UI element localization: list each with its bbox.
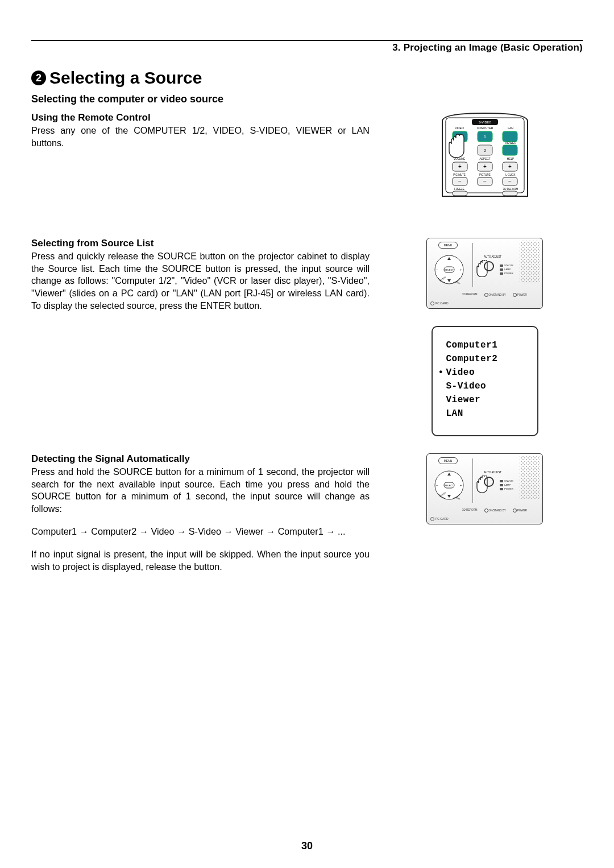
auto-adjust-button-icon xyxy=(484,261,494,271)
svg-text:VIEWER: VIEWER xyxy=(505,141,516,144)
list-title: Selecting from Source List xyxy=(31,238,370,249)
list-body: Press and quickly release the SOURCE but… xyxy=(31,250,370,312)
led-indicators: STATUS LAMP POWER xyxy=(500,479,513,491)
svg-rect-34 xyxy=(453,191,467,196)
source-item-computer1: Computer1 xyxy=(446,338,526,352)
header-rule xyxy=(31,40,583,41)
auto-sequence: Computer1 → Computer2 → Video → S-Video … xyxy=(31,526,370,538)
svg-text:−: − xyxy=(483,178,487,184)
figure-panel-1: MENU SELECT − + ENTER EXIT xyxy=(426,238,543,309)
section-remote: Using the Remote Control Press any one o… xyxy=(31,112,583,238)
panel-bottom-labels: 3D REFORM ON/STAND BY POWER xyxy=(462,293,527,297)
led-indicators: STATUS LAMP POWER xyxy=(500,263,513,275)
menu-button-label: MENU xyxy=(438,457,458,464)
auto-body1: Press and hold the SOURCE button for a m… xyxy=(31,466,370,515)
svg-text:L-CLICK: L-CLICK xyxy=(505,173,515,176)
svg-text:S-VIDEO: S-VIDEO xyxy=(478,121,491,124)
speaker-grille-icon xyxy=(520,241,540,283)
pc-card-label: PC CARD xyxy=(430,517,449,521)
svg-text:+: + xyxy=(483,163,487,170)
svg-text:COMPUTER: COMPUTER xyxy=(476,126,493,130)
section-source-list: Selecting from Source List Press and qui… xyxy=(31,238,583,436)
svg-text:VOLUME: VOLUME xyxy=(453,158,464,160)
auto-adjust-label: AUTO ADJUST xyxy=(484,471,501,474)
remote-title: Using the Remote Control xyxy=(31,112,370,123)
auto-title: Detecting the Signal Automatically xyxy=(31,453,370,465)
auto-body2: If no input signal is present, the input… xyxy=(31,548,370,573)
svg-text:HELP: HELP xyxy=(507,158,514,160)
svg-text:LAN: LAN xyxy=(508,126,513,130)
subheading: Selecting the computer or video source xyxy=(31,93,583,105)
svg-text:−: − xyxy=(436,483,438,487)
speaker-grille-icon xyxy=(520,456,540,499)
svg-text:+: + xyxy=(508,163,512,170)
svg-text:−: − xyxy=(508,178,512,184)
svg-text:PICTURE: PICTURE xyxy=(479,173,491,176)
page-title-text: Selecting a Source xyxy=(49,68,202,88)
panel-bottom-labels: 3D REFORM ON/STAND BY POWER xyxy=(462,509,527,512)
source-item-viewer: Viewer xyxy=(446,393,526,407)
svg-text:VIDEO: VIDEO xyxy=(455,126,464,130)
source-item-video: Video xyxy=(446,366,526,379)
figure-panel-2: MENU SELECT − + ENTER EXIT xyxy=(426,453,543,524)
menu-button-label: MENU xyxy=(438,242,458,249)
svg-text:−: − xyxy=(458,178,462,184)
section-number-badge: 2 xyxy=(31,71,46,85)
figure-remote: S-VIDEO VIDEO COMPUTER LAN 1 2 VIEWER xyxy=(437,112,533,197)
svg-rect-9 xyxy=(503,131,517,142)
section-auto-detect: Detecting the Signal Automatically Press… xyxy=(31,453,583,573)
dpad-icon: SELECT − + ENTER EXIT xyxy=(432,252,467,287)
svg-text:SELECT: SELECT xyxy=(445,484,454,487)
chapter-header: 3. Projecting an Image (Basic Operation) xyxy=(31,42,583,53)
dpad-icon: SELECT − + ENTER EXIT xyxy=(432,468,467,503)
svg-text:2: 2 xyxy=(483,148,486,153)
remote-body: Press any one of the COMPUTER 1/2, VIDEO… xyxy=(31,125,370,150)
pc-card-label: PC CARD xyxy=(430,301,449,305)
svg-text:+: + xyxy=(460,268,462,271)
svg-text:1: 1 xyxy=(483,134,486,139)
svg-rect-13 xyxy=(503,145,517,155)
source-item-svideo: S-Video xyxy=(446,379,526,393)
svg-text:+: + xyxy=(458,163,462,170)
svg-text:ASPECT: ASPECT xyxy=(479,158,490,160)
figure-source-dialog: Computer1 Computer2 Video S-Video Viewer… xyxy=(432,326,538,436)
svg-text:SELECT: SELECT xyxy=(445,268,454,271)
auto-adjust-label: AUTO ADJUST xyxy=(484,255,501,258)
svg-text:3D REFORM: 3D REFORM xyxy=(503,188,518,191)
svg-text:PIC-MUTE: PIC-MUTE xyxy=(453,173,466,176)
source-item-lan: LAN xyxy=(446,407,526,420)
svg-text:−: − xyxy=(436,268,438,271)
auto-adjust-button-icon xyxy=(484,477,494,487)
svg-text:+: + xyxy=(460,483,462,487)
page-number: 30 xyxy=(0,840,614,852)
svg-rect-35 xyxy=(503,191,517,196)
source-item-computer2: Computer2 xyxy=(446,352,526,366)
page-title: 2 Selecting a Source xyxy=(31,68,583,88)
svg-text:FREEZE: FREEZE xyxy=(454,188,464,191)
